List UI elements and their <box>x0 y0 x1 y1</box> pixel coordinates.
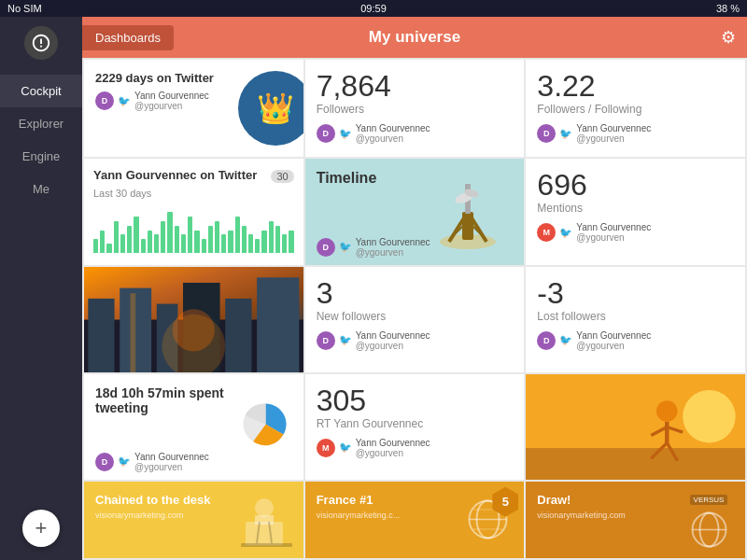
user-row: D 🐦 Yann Gourvennec @ygourven <box>95 91 219 111</box>
rt-label: RT Yann Gourvennec <box>317 417 514 430</box>
time: 09:59 <box>360 3 387 14</box>
chart-bar <box>215 221 219 253</box>
twitter-icon: 🐦 <box>118 95 131 107</box>
chart-subtitle: Last 30 days <box>93 188 294 199</box>
page-title: My universe <box>369 28 460 47</box>
chart-title: Yann Gourvennec on Twitter <box>93 168 257 182</box>
twitter-icon: 🐦 <box>559 334 572 346</box>
chart-bar <box>167 212 172 253</box>
card-mentions: 696 Mentions M 🐦 Yann Gourvennec @ygourv… <box>526 159 745 264</box>
twitter-icon: 🐦 <box>339 241 352 253</box>
card-lost-followers: -3 Lost followers D 🐦 Yann Gourvennec @y… <box>526 267 745 372</box>
mentions-number: 696 <box>537 170 734 200</box>
card-time-tweeting: 18d 10h 57min spent tweeting D 🐦 Yann Go… <box>84 374 303 480</box>
card-twitter-days: 2229 days on Twitter 👑 D 🐦 Yann Gourvenn… <box>84 60 303 157</box>
mini-chart <box>93 206 294 253</box>
header: Dashboards My universe ⚙ <box>82 17 747 58</box>
card-new-followers: 3 New followers D 🐦 Yann Gourvennec @ygo… <box>305 267 525 372</box>
avatar: D <box>317 238 335 257</box>
svg-rect-15 <box>257 277 299 372</box>
avatar: M <box>537 223 556 242</box>
battery: 38 % <box>716 3 740 14</box>
followers-label: Followers <box>317 103 514 116</box>
chart-bar <box>106 244 111 253</box>
card-person <box>526 374 745 480</box>
chart-bar <box>93 239 98 253</box>
versus-label: VERSUS <box>690 495 728 505</box>
chart-bar <box>208 226 213 253</box>
chart-bar <box>202 239 206 253</box>
avatar: D <box>95 91 114 110</box>
chart-bar <box>181 234 186 253</box>
card-chained: Chained to the desk visionarymarketing.c… <box>84 482 303 558</box>
status-bar: No SIM 09:59 38 % <box>0 0 747 17</box>
pie-illustration <box>240 399 296 455</box>
settings-icon[interactable]: ⚙ <box>721 27 736 48</box>
lost-followers-label: Lost followers <box>537 310 734 323</box>
carrier: No SIM <box>7 3 42 14</box>
card-ratio: 3.22 Followers / Following D 🐦 Yann Gour… <box>526 60 745 157</box>
avatar: D <box>537 124 556 143</box>
chart-count: 30 <box>271 170 293 183</box>
chart-bar <box>242 226 247 253</box>
sidebar-item-engine[interactable]: Engine <box>0 140 82 173</box>
chart-bar <box>194 231 199 253</box>
svg-rect-32 <box>241 543 292 547</box>
svg-rect-14 <box>225 299 251 372</box>
twitter-icon: 🐦 <box>339 441 352 454</box>
chart-bar <box>154 234 159 253</box>
lost-followers-number: -3 <box>537 278 734 308</box>
chart-bar <box>261 231 266 253</box>
twitter-icon: 🐦 <box>118 455 131 468</box>
dashboards-button[interactable]: Dashboards <box>82 25 174 50</box>
chart-bar <box>175 226 179 253</box>
svg-rect-22 <box>526 448 745 480</box>
dashboard-grid: 2229 days on Twitter 👑 D 🐦 Yann Gourvenn… <box>82 58 747 560</box>
app-logo <box>24 26 58 60</box>
card-twitter-days-title: 2229 days on Twitter <box>95 71 219 85</box>
card-rt: 305 RT Yann Gourvennec M 🐦 Yann Gourvenn… <box>305 374 525 480</box>
sidebar-item-me[interactable]: Me <box>0 173 82 205</box>
card-followers: 7,864 Followers D 🐦 Yann Gourvennec @ygo… <box>305 60 525 157</box>
twitter-icon: 🐦 <box>339 128 352 140</box>
sidebar-item-cockpit[interactable]: Cockpit <box>0 75 82 107</box>
card-draw: Draw! visionarymarketing.com VERSUS <box>526 482 745 558</box>
svg-point-31 <box>255 498 274 517</box>
chart-bar <box>255 239 260 253</box>
card-city <box>84 267 303 372</box>
chart-bar <box>289 231 293 253</box>
new-followers-label: New followers <box>317 310 514 323</box>
chart-bar <box>275 226 280 253</box>
chart-bar <box>141 239 146 253</box>
chart-bar <box>269 221 274 253</box>
chart-bar <box>100 231 105 253</box>
sidebar-item-explorer[interactable]: Explorer <box>0 107 82 140</box>
svg-point-23 <box>656 400 678 422</box>
chart-bar <box>188 217 192 253</box>
chart-bar <box>120 234 125 253</box>
chart-bar <box>248 234 253 253</box>
chart-bar <box>114 221 119 253</box>
chart-bar <box>161 221 165 253</box>
svg-rect-10 <box>88 299 114 372</box>
twitter-icon: 🐦 <box>339 334 352 346</box>
ratio-label: Followers / Following <box>537 103 734 116</box>
avatar: D <box>317 124 335 143</box>
fab-button[interactable]: + <box>22 510 60 547</box>
twitter-icon: 🐦 <box>559 227 572 239</box>
avatar: D <box>317 331 335 350</box>
card-chart: Yann Gourvennec on Twitter 30 Last 30 da… <box>84 159 303 264</box>
chart-bar <box>221 234 226 253</box>
card-timeline: Timeline <box>305 159 525 264</box>
chart-bar <box>228 231 233 253</box>
sidebar: Cockpit Explorer Engine Me + <box>0 17 82 560</box>
followers-number: 7,864 <box>317 71 514 101</box>
chart-bar <box>134 217 138 253</box>
chart-bar <box>235 217 240 253</box>
card-france: France #1 visionarymarketing.c... 5 <box>305 482 525 558</box>
new-followers-number: 3 <box>317 278 514 308</box>
rt-number: 305 <box>317 385 514 415</box>
svg-rect-29 <box>246 522 283 545</box>
svg-point-21 <box>684 390 737 443</box>
svg-rect-16 <box>131 293 136 372</box>
